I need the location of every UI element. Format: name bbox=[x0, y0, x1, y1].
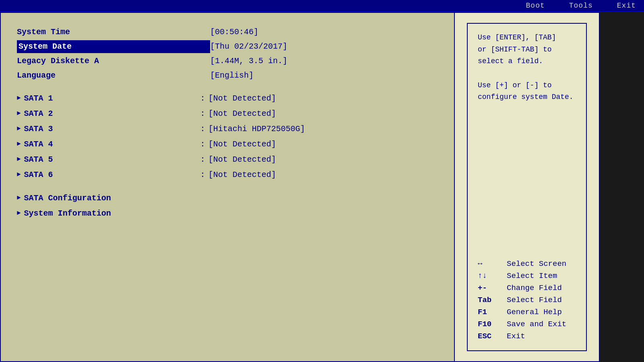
menu-item-exit[interactable]: Exit bbox=[617, 2, 636, 10]
legend-change-field: +- Change Field bbox=[478, 282, 576, 294]
sata6-arrow-icon: ► bbox=[17, 170, 21, 180]
sata-config-label: SATA Configuration bbox=[24, 192, 197, 205]
sata4-label: SATA 4 bbox=[24, 138, 197, 151]
sata2-label: SATA 2 bbox=[24, 107, 197, 120]
sata6-value: [Not Detected] bbox=[208, 169, 276, 181]
sata-config-row[interactable]: ► SATA Configuration bbox=[17, 191, 438, 206]
legend-desc-select-screen: Select Screen bbox=[507, 259, 566, 268]
sata2-separator: : bbox=[200, 107, 205, 120]
legend-section: ↔ Select Screen ↑↓ Select Item +- Change… bbox=[478, 258, 576, 342]
legend-general-help: F1 General Help bbox=[478, 306, 576, 318]
help-panel: Use [ENTER], [TAB] or [SHIFT-TAB] to sel… bbox=[455, 12, 600, 362]
sata1-arrow-icon: ► bbox=[17, 93, 21, 104]
sata3-row[interactable]: ► SATA 3 : [Hitachi HDP725050G] bbox=[17, 121, 438, 137]
legend-key-esc: ESC bbox=[478, 332, 502, 341]
sata5-arrow-icon: ► bbox=[17, 154, 21, 165]
system-date-row[interactable]: System Date [Thu 02/23/2017] bbox=[17, 39, 438, 54]
menu-item-tools[interactable]: Tools bbox=[569, 2, 593, 10]
sata3-separator: : bbox=[200, 123, 205, 136]
sata2-row[interactable]: ► SATA 2 : [Not Detected] bbox=[17, 106, 438, 121]
legacy-diskette-row[interactable]: Legacy Diskette A [1.44M, 3.5 in.] bbox=[17, 54, 438, 68]
language-value: [English] bbox=[210, 69, 254, 82]
system-time-value: [00:50:46] bbox=[210, 26, 258, 39]
main-area: System Time [00:50:46] System Date [Thu … bbox=[0, 12, 644, 362]
legend-key-arrows: ↔ bbox=[478, 259, 502, 268]
legend-desc-general-help: General Help bbox=[507, 308, 562, 317]
legend-key-tab: Tab bbox=[478, 296, 502, 304]
menu-item-boot[interactable]: Boot bbox=[526, 2, 545, 10]
legend-desc-exit: Exit bbox=[507, 332, 525, 341]
sata4-separator: : bbox=[200, 138, 205, 151]
sata3-label: SATA 3 bbox=[24, 123, 197, 136]
sata6-label: SATA 6 bbox=[24, 169, 197, 181]
sata1-separator: : bbox=[200, 92, 205, 105]
legend-key-f10: F10 bbox=[478, 320, 502, 329]
legend-desc-change-field: Change Field bbox=[507, 284, 562, 292]
sata4-arrow-icon: ► bbox=[17, 139, 21, 150]
system-time-label: System Time bbox=[17, 26, 210, 39]
sata3-value: [Hitachi HDP725050G] bbox=[208, 123, 305, 136]
system-info-arrow-icon: ► bbox=[17, 208, 21, 219]
legend-select-field: Tab Select Field bbox=[478, 294, 576, 306]
system-time-row[interactable]: System Time [00:50:46] bbox=[17, 25, 438, 39]
sata3-arrow-icon: ► bbox=[17, 124, 21, 134]
legend-save-exit: F10 Save and Exit bbox=[478, 318, 576, 330]
help-panel-inner: Use [ENTER], [TAB] or [SHIFT-TAB] to sel… bbox=[467, 23, 587, 351]
legend-key-updown: ↑↓ bbox=[478, 272, 502, 280]
language-row[interactable]: Language [English] bbox=[17, 68, 438, 83]
sata2-value: [Not Detected] bbox=[208, 107, 276, 120]
legend-desc-select-field: Select Field bbox=[507, 296, 562, 304]
sata1-value: [Not Detected] bbox=[208, 92, 276, 105]
system-info-label: System Information bbox=[24, 207, 197, 220]
sata-config-arrow-icon: ► bbox=[17, 193, 21, 204]
system-info-row[interactable]: ► System Information bbox=[17, 206, 438, 221]
help-description: Use [ENTER], [TAB] or [SHIFT-TAB] to sel… bbox=[478, 32, 576, 103]
sata5-value: [Not Detected] bbox=[208, 153, 276, 166]
sata4-value: [Not Detected] bbox=[208, 138, 276, 151]
bios-main-panel: System Time [00:50:46] System Date [Thu … bbox=[0, 12, 455, 362]
legend-desc-select-item: Select Item bbox=[507, 272, 557, 280]
legend-desc-save-exit: Save and Exit bbox=[507, 320, 566, 329]
legend-key-f1: F1 bbox=[478, 308, 502, 317]
bios-fields: System Time [00:50:46] System Date [Thu … bbox=[17, 25, 438, 221]
language-label: Language bbox=[17, 69, 210, 82]
system-date-label: System Date bbox=[17, 40, 210, 53]
top-menu-bar: Boot Tools Exit bbox=[0, 0, 644, 12]
system-date-value: [Thu 02/23/2017] bbox=[210, 40, 287, 53]
legacy-diskette-label: Legacy Diskette A bbox=[17, 55, 210, 68]
legend-select-item: ↑↓ Select Item bbox=[478, 270, 576, 282]
legacy-diskette-value: [1.44M, 3.5 in.] bbox=[210, 55, 287, 68]
sata4-row[interactable]: ► SATA 4 : [Not Detected] bbox=[17, 137, 438, 152]
legend-exit: ESC Exit bbox=[478, 330, 576, 342]
sata1-row[interactable]: ► SATA 1 : [Not Detected] bbox=[17, 91, 438, 106]
sata5-label: SATA 5 bbox=[24, 153, 197, 166]
sata1-label: SATA 1 bbox=[24, 92, 197, 105]
sata6-separator: : bbox=[200, 169, 205, 181]
sata2-arrow-icon: ► bbox=[17, 109, 21, 119]
legend-key-plusminus: +- bbox=[478, 284, 502, 292]
sata6-row[interactable]: ► SATA 6 : [Not Detected] bbox=[17, 167, 438, 183]
sata5-separator: : bbox=[200, 153, 205, 166]
legend-select-screen: ↔ Select Screen bbox=[478, 258, 576, 270]
monitor-right-edge bbox=[600, 12, 644, 362]
sata5-row[interactable]: ► SATA 5 : [Not Detected] bbox=[17, 152, 438, 167]
